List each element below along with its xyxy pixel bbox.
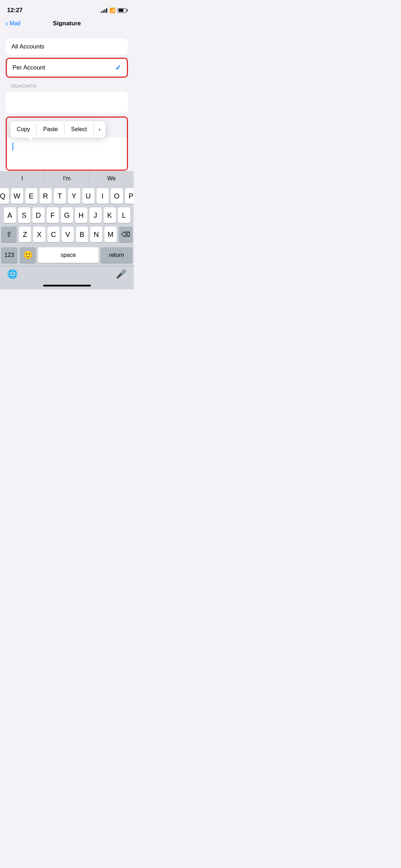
content-area: All Accounts Per Account ✓ OUACHITA Copy… — [0, 31, 134, 171]
key-c[interactable]: C — [47, 227, 60, 242]
emoji-key[interactable]: 🙂 — [20, 247, 36, 263]
key-j[interactable]: J — [89, 207, 102, 223]
keyboard-bottom-row: 123 🙂 space return — [0, 247, 134, 266]
delete-key[interactable]: ⌫ — [119, 227, 133, 242]
status-bar: 12:27 📶 — [0, 0, 134, 16]
context-menu: Copy Paste Select › — [10, 121, 106, 138]
section-label: OUACHITA — [6, 78, 128, 92]
status-time: 12:27 — [7, 7, 22, 14]
key-u[interactable]: U — [82, 188, 94, 204]
keyboard-accessory-row: 🌐 🎤 — [0, 266, 134, 282]
predictive-item-2[interactable]: I'm — [45, 172, 89, 185]
key-o[interactable]: O — [111, 188, 123, 204]
signature-edit-field[interactable] — [7, 138, 127, 170]
key-z[interactable]: Z — [19, 227, 31, 242]
key-i[interactable]: I — [97, 188, 109, 204]
key-x[interactable]: X — [33, 227, 45, 242]
return-key[interactable]: return — [101, 247, 133, 263]
home-indicator — [43, 285, 91, 286]
text-edit-container: Copy Paste Select › — [6, 117, 128, 171]
predictive-item-3[interactable]: We — [89, 172, 134, 185]
key-l[interactable]: L — [118, 207, 130, 223]
back-button[interactable]: ‹ Mail — [6, 20, 21, 27]
back-chevron-icon: ‹ — [6, 19, 8, 27]
mic-icon[interactable]: 🎤 — [116, 269, 127, 279]
space-key[interactable]: space — [38, 247, 98, 263]
key-row-1: Q W E R T Y U I O P — [1, 188, 133, 204]
key-y[interactable]: Y — [68, 188, 80, 204]
all-accounts-row[interactable]: All Accounts — [6, 38, 128, 55]
numbers-key[interactable]: 123 — [1, 247, 17, 263]
key-row-3: ⇧ Z X C V B N M ⌫ — [1, 227, 133, 242]
all-accounts-label: All Accounts — [11, 43, 45, 50]
predictive-item-1[interactable]: I — [0, 172, 45, 185]
page-title: Signature — [53, 20, 81, 27]
key-t[interactable]: T — [54, 188, 66, 204]
copy-menu-item[interactable]: Copy — [10, 123, 37, 136]
signature-display — [6, 92, 128, 113]
key-m[interactable]: M — [104, 227, 117, 242]
key-h[interactable]: H — [75, 207, 87, 223]
key-s[interactable]: S — [18, 207, 30, 223]
context-menu-more-icon[interactable]: › — [94, 123, 106, 136]
globe-icon[interactable]: 🌐 — [7, 269, 18, 279]
key-g[interactable]: G — [61, 207, 73, 223]
keyboard: I I'm We Q W E R T Y U I O P A S D F G H… — [0, 171, 134, 289]
battery-icon — [118, 8, 127, 13]
paste-menu-item[interactable]: Paste — [37, 123, 65, 136]
keyboard-rows: Q W E R T Y U I O P A S D F G H J K L ⇧ … — [0, 185, 134, 247]
key-r[interactable]: R — [40, 188, 52, 204]
text-cursor — [12, 143, 13, 150]
key-a[interactable]: A — [4, 207, 16, 223]
status-icons: 📶 — [101, 7, 127, 13]
wifi-icon: 📶 — [109, 7, 115, 13]
back-label[interactable]: Mail — [10, 20, 21, 27]
signature-mode-group: All Accounts — [6, 38, 128, 55]
key-w[interactable]: W — [11, 188, 23, 204]
key-p[interactable]: P — [125, 188, 134, 204]
key-k[interactable]: K — [104, 207, 116, 223]
select-menu-item[interactable]: Select — [65, 123, 93, 136]
key-n[interactable]: N — [90, 227, 102, 242]
per-account-row[interactable]: Per Account ✓ — [6, 58, 128, 78]
key-row-2: A S D F G H J K L — [1, 207, 133, 223]
key-d[interactable]: D — [32, 207, 45, 223]
key-b[interactable]: B — [76, 227, 88, 242]
key-q[interactable]: Q — [0, 188, 9, 204]
per-account-label: Per Account — [12, 64, 45, 71]
signal-icon — [101, 8, 107, 13]
checkmark-icon: ✓ — [115, 63, 121, 72]
key-e[interactable]: E — [25, 188, 37, 204]
key-f[interactable]: F — [47, 207, 59, 223]
key-v[interactable]: V — [62, 227, 74, 242]
nav-bar: ‹ Mail Signature — [0, 16, 134, 31]
shift-key[interactable]: ⇧ — [1, 227, 17, 242]
predictive-bar: I I'm We — [0, 171, 134, 185]
